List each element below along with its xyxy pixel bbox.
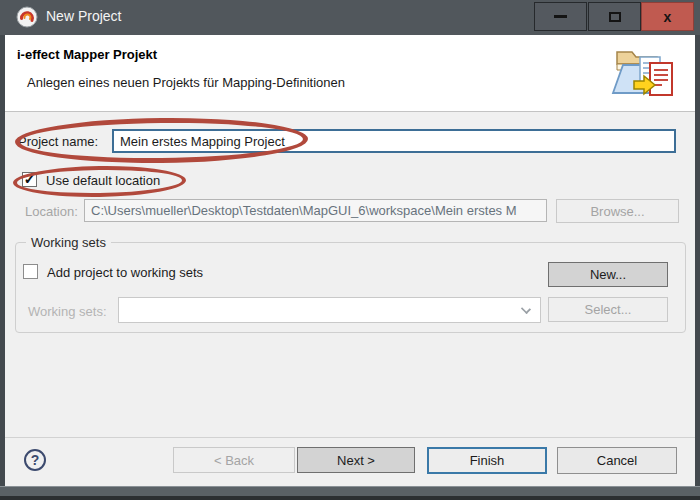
back-button-label: < Back xyxy=(214,453,254,468)
finish-button[interactable]: Finish xyxy=(427,447,547,474)
new-project-dialog: New Project x i-effect Mapper Projekt An… xyxy=(0,0,700,500)
add-to-working-sets-label: Add project to working sets xyxy=(47,265,203,280)
working-sets-group-label: Working sets xyxy=(26,235,111,250)
finish-button-label: Finish xyxy=(470,453,505,468)
select-working-sets-button[interactable]: Select... xyxy=(548,297,668,322)
footer-separator xyxy=(5,437,695,438)
chevron-down-icon xyxy=(521,304,531,314)
back-button[interactable]: < Back xyxy=(173,447,295,473)
minimize-icon xyxy=(554,15,567,18)
wizard-header: i-effect Mapper Projekt Anlegen eines ne… xyxy=(5,35,695,112)
new-button-label: New... xyxy=(590,267,626,282)
use-default-location-label: Use default location xyxy=(46,173,160,188)
select-button-label: Select... xyxy=(585,302,632,317)
browse-button-label: Browse... xyxy=(590,204,644,219)
maximize-button[interactable] xyxy=(588,2,641,31)
project-name-input[interactable] xyxy=(112,129,676,153)
close-icon: x xyxy=(664,9,672,25)
help-button[interactable]: ? xyxy=(24,449,46,471)
window-border-right xyxy=(695,35,700,486)
close-button[interactable]: x xyxy=(641,2,694,31)
document-front xyxy=(650,63,672,95)
page-title: i-effect Mapper Projekt xyxy=(17,47,157,62)
cancel-button-label: Cancel xyxy=(597,453,637,468)
window-title: New Project xyxy=(46,8,121,24)
cancel-button[interactable]: Cancel xyxy=(557,447,677,474)
page-subtitle: Anlegen eines neuen Projekts für Mapping… xyxy=(27,75,345,90)
new-mapper-project-icon xyxy=(610,43,676,103)
add-to-working-sets-checkbox[interactable] xyxy=(23,264,38,279)
location-label: Location: xyxy=(25,204,78,219)
project-name-label: Project name: xyxy=(18,134,98,149)
use-default-location-checkbox[interactable]: ✓ xyxy=(22,172,37,187)
help-icon: ? xyxy=(31,452,40,468)
window-border-bottom xyxy=(0,486,700,496)
minimize-button[interactable] xyxy=(534,2,587,31)
browse-button[interactable]: Browse... xyxy=(556,199,679,223)
next-button[interactable]: Next > xyxy=(297,447,415,473)
new-working-set-button[interactable]: New... xyxy=(548,262,668,287)
next-button-label: Next > xyxy=(337,453,375,468)
checkmark-icon: ✓ xyxy=(24,172,36,186)
window-border-bottom-edge xyxy=(0,496,700,500)
working-sets-combobox[interactable] xyxy=(118,297,541,323)
location-input xyxy=(84,199,547,222)
working-sets-label: Working sets: xyxy=(28,304,107,319)
maximize-icon xyxy=(609,12,621,22)
app-logo-icon xyxy=(16,6,38,28)
